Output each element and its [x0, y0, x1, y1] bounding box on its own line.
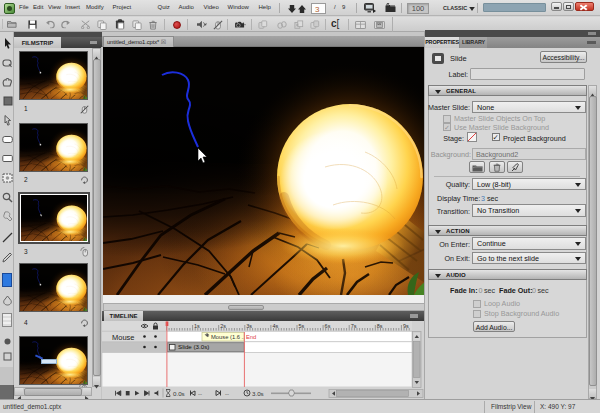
svg-text:End: End — [246, 334, 256, 340]
svg-text:6s: 6s — [325, 323, 331, 329]
svg-text:0.0s: 0.0s — [173, 390, 185, 397]
svg-text:7s: 7s — [351, 323, 357, 329]
svg-text:Slide (3.0s): Slide (3.0s) — [178, 343, 209, 350]
svg-text:Mouse (1.6 ..: Mouse (1.6 .. — [211, 334, 245, 340]
svg-text:1s: 1s — [194, 323, 200, 329]
svg-text:3.0s: 3.0s — [252, 390, 264, 397]
svg-text:Mouse: Mouse — [112, 333, 135, 342]
svg-text:3s: 3s — [246, 323, 252, 329]
svg-text:2s: 2s — [220, 323, 226, 329]
svg-text:9s: 9s — [403, 323, 409, 329]
svg-text:8s: 8s — [377, 323, 383, 329]
svg-text:--: -- — [225, 391, 229, 397]
svg-text:5s: 5s — [299, 323, 305, 329]
svg-text:4s: 4s — [272, 323, 278, 329]
svg-text:--: -- — [198, 391, 202, 397]
